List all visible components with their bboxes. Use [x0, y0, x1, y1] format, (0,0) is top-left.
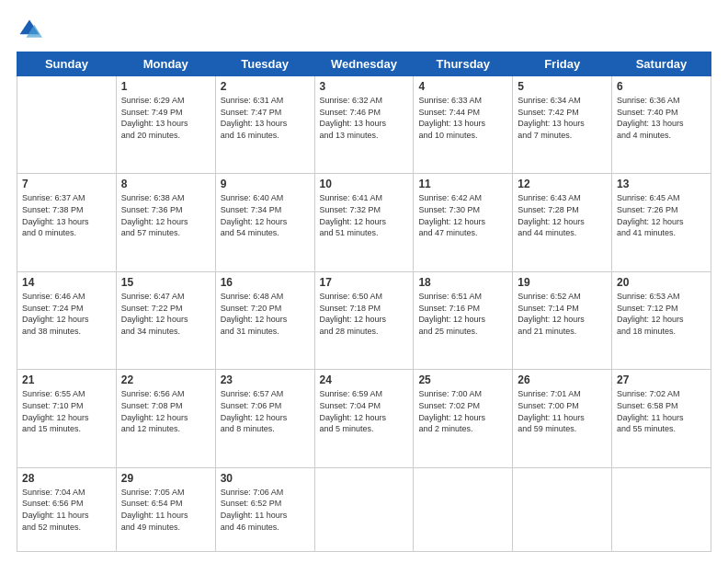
calendar-cell: 30Sunrise: 7:06 AM Sunset: 6:52 PM Dayli… — [215, 467, 314, 551]
calendar-cell: 9Sunrise: 6:40 AM Sunset: 7:34 PM Daylig… — [215, 174, 314, 271]
day-info: Sunrise: 6:57 AM Sunset: 7:06 PM Dayligh… — [221, 388, 310, 434]
day-number: 24 — [320, 373, 409, 386]
day-number: 17 — [320, 276, 409, 289]
day-number: 13 — [617, 178, 706, 190]
day-info: Sunrise: 6:31 AM Sunset: 7:47 PM Dayligh… — [221, 95, 310, 141]
weekday-header-sunday: Sunday — [17, 52, 117, 76]
day-info: Sunrise: 7:06 AM Sunset: 6:52 PM Dayligh… — [221, 487, 310, 533]
day-number: 26 — [518, 373, 607, 386]
day-info: Sunrise: 6:52 AM Sunset: 7:14 PM Dayligh… — [518, 291, 607, 337]
weekday-header-tuesday: Tuesday — [215, 52, 314, 76]
day-number: 1 — [121, 80, 210, 93]
day-number: 2 — [221, 80, 310, 93]
day-number: 5 — [518, 80, 607, 93]
weekday-header-monday: Monday — [116, 52, 215, 76]
day-info: Sunrise: 6:43 AM Sunset: 7:28 PM Dayligh… — [518, 192, 607, 238]
calendar-cell — [414, 467, 513, 551]
calendar-table: SundayMondayTuesdayWednesdayThursdayFrid… — [17, 52, 711, 552]
logo — [17, 17, 46, 42]
day-info: Sunrise: 6:50 AM Sunset: 7:18 PM Dayligh… — [320, 291, 409, 337]
weekday-header-friday: Friday — [513, 52, 612, 76]
day-info: Sunrise: 7:00 AM Sunset: 7:02 PM Dayligh… — [418, 388, 507, 434]
calendar-cell: 13Sunrise: 6:45 AM Sunset: 7:26 PM Dayli… — [612, 174, 711, 271]
logo-icon — [17, 17, 42, 42]
day-number: 3 — [320, 80, 409, 93]
calendar-cell — [612, 467, 711, 551]
calendar-cell: 14Sunrise: 6:46 AM Sunset: 7:24 PM Dayli… — [17, 271, 117, 369]
day-info: Sunrise: 7:05 AM Sunset: 6:54 PM Dayligh… — [121, 487, 210, 533]
calendar-cell: 8Sunrise: 6:38 AM Sunset: 7:36 PM Daylig… — [116, 174, 215, 271]
day-number: 7 — [22, 178, 111, 190]
day-number: 4 — [418, 80, 507, 93]
calendar-cell: 20Sunrise: 6:53 AM Sunset: 7:12 PM Dayli… — [612, 271, 711, 369]
calendar-cell: 2Sunrise: 6:31 AM Sunset: 7:47 PM Daylig… — [215, 76, 314, 174]
day-info: Sunrise: 6:53 AM Sunset: 7:12 PM Dayligh… — [617, 291, 706, 337]
header — [17, 17, 711, 42]
day-number: 15 — [121, 276, 210, 289]
calendar-cell: 21Sunrise: 6:55 AM Sunset: 7:10 PM Dayli… — [17, 370, 117, 467]
day-info: Sunrise: 6:42 AM Sunset: 7:30 PM Dayligh… — [418, 192, 507, 238]
calendar-cell — [513, 467, 612, 551]
day-info: Sunrise: 6:32 AM Sunset: 7:46 PM Dayligh… — [320, 95, 409, 141]
page: SundayMondayTuesdayWednesdayThursdayFrid… — [0, 0, 728, 563]
day-number: 10 — [320, 178, 409, 190]
calendar-cell: 29Sunrise: 7:05 AM Sunset: 6:54 PM Dayli… — [116, 467, 215, 551]
day-info: Sunrise: 6:51 AM Sunset: 7:16 PM Dayligh… — [418, 291, 507, 337]
day-number: 19 — [518, 276, 607, 289]
day-number: 16 — [221, 276, 310, 289]
day-info: Sunrise: 6:46 AM Sunset: 7:24 PM Dayligh… — [22, 291, 111, 337]
calendar-cell: 11Sunrise: 6:42 AM Sunset: 7:30 PM Dayli… — [414, 174, 513, 271]
calendar-cell: 3Sunrise: 6:32 AM Sunset: 7:46 PM Daylig… — [314, 76, 414, 174]
day-info: Sunrise: 6:41 AM Sunset: 7:32 PM Dayligh… — [320, 192, 409, 238]
calendar-cell: 24Sunrise: 6:59 AM Sunset: 7:04 PM Dayli… — [314, 370, 414, 467]
calendar-cell: 15Sunrise: 6:47 AM Sunset: 7:22 PM Dayli… — [116, 271, 215, 369]
week-row-3: 14Sunrise: 6:46 AM Sunset: 7:24 PM Dayli… — [17, 271, 711, 369]
calendar-cell: 6Sunrise: 6:36 AM Sunset: 7:40 PM Daylig… — [612, 76, 711, 174]
calendar-cell: 19Sunrise: 6:52 AM Sunset: 7:14 PM Dayli… — [513, 271, 612, 369]
week-row-5: 28Sunrise: 7:04 AM Sunset: 6:56 PM Dayli… — [17, 467, 711, 551]
day-number: 21 — [22, 373, 111, 386]
calendar-cell: 12Sunrise: 6:43 AM Sunset: 7:28 PM Dayli… — [513, 174, 612, 271]
day-info: Sunrise: 6:45 AM Sunset: 7:26 PM Dayligh… — [617, 192, 706, 238]
day-number: 25 — [418, 373, 507, 386]
week-row-4: 21Sunrise: 6:55 AM Sunset: 7:10 PM Dayli… — [17, 370, 711, 467]
day-info: Sunrise: 6:38 AM Sunset: 7:36 PM Dayligh… — [121, 192, 210, 238]
day-info: Sunrise: 6:33 AM Sunset: 7:44 PM Dayligh… — [418, 95, 507, 141]
day-number: 29 — [121, 472, 210, 485]
weekday-header-saturday: Saturday — [612, 52, 711, 76]
day-number: 20 — [617, 276, 706, 289]
day-number: 22 — [121, 373, 210, 386]
day-info: Sunrise: 6:37 AM Sunset: 7:38 PM Dayligh… — [22, 192, 111, 238]
day-number: 28 — [22, 472, 111, 485]
day-number: 14 — [22, 276, 111, 289]
calendar-cell: 25Sunrise: 7:00 AM Sunset: 7:02 PM Dayli… — [414, 370, 513, 467]
week-row-2: 7Sunrise: 6:37 AM Sunset: 7:38 PM Daylig… — [17, 174, 711, 271]
day-number: 30 — [221, 472, 310, 485]
day-number: 12 — [518, 178, 607, 190]
day-info: Sunrise: 6:40 AM Sunset: 7:34 PM Dayligh… — [221, 192, 310, 238]
day-info: Sunrise: 6:47 AM Sunset: 7:22 PM Dayligh… — [121, 291, 210, 337]
calendar-cell: 7Sunrise: 6:37 AM Sunset: 7:38 PM Daylig… — [17, 174, 117, 271]
calendar-cell: 17Sunrise: 6:50 AM Sunset: 7:18 PM Dayli… — [314, 271, 414, 369]
day-info: Sunrise: 6:34 AM Sunset: 7:42 PM Dayligh… — [518, 95, 607, 141]
day-info: Sunrise: 6:48 AM Sunset: 7:20 PM Dayligh… — [221, 291, 310, 337]
day-number: 23 — [221, 373, 310, 386]
day-info: Sunrise: 6:59 AM Sunset: 7:04 PM Dayligh… — [320, 388, 409, 434]
day-info: Sunrise: 6:55 AM Sunset: 7:10 PM Dayligh… — [22, 388, 111, 434]
calendar-cell: 16Sunrise: 6:48 AM Sunset: 7:20 PM Dayli… — [215, 271, 314, 369]
day-number: 18 — [418, 276, 507, 289]
calendar-cell — [17, 76, 117, 174]
calendar-cell — [314, 467, 414, 551]
day-info: Sunrise: 6:56 AM Sunset: 7:08 PM Dayligh… — [121, 388, 210, 434]
day-info: Sunrise: 6:36 AM Sunset: 7:40 PM Dayligh… — [617, 95, 706, 141]
week-row-1: 1Sunrise: 6:29 AM Sunset: 7:49 PM Daylig… — [17, 76, 711, 174]
calendar-cell: 4Sunrise: 6:33 AM Sunset: 7:44 PM Daylig… — [414, 76, 513, 174]
day-number: 8 — [121, 178, 210, 190]
weekday-header-row: SundayMondayTuesdayWednesdayThursdayFrid… — [17, 52, 711, 76]
day-info: Sunrise: 7:01 AM Sunset: 7:00 PM Dayligh… — [518, 388, 607, 434]
calendar-cell: 26Sunrise: 7:01 AM Sunset: 7:00 PM Dayli… — [513, 370, 612, 467]
day-number: 9 — [221, 178, 310, 190]
calendar-cell: 22Sunrise: 6:56 AM Sunset: 7:08 PM Dayli… — [116, 370, 215, 467]
calendar-cell: 5Sunrise: 6:34 AM Sunset: 7:42 PM Daylig… — [513, 76, 612, 174]
calendar-cell: 18Sunrise: 6:51 AM Sunset: 7:16 PM Dayli… — [414, 271, 513, 369]
